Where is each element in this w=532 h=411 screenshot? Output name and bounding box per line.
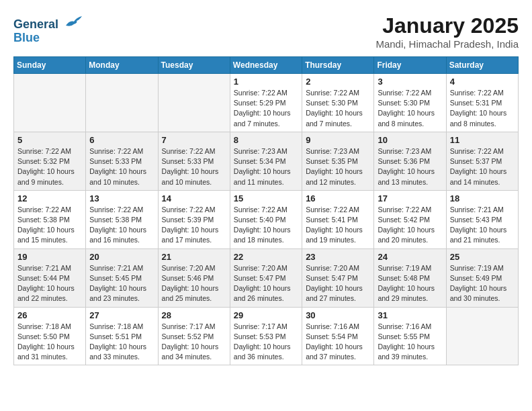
calendar-cell: 11Sunrise: 7:22 AM Sunset: 5:37 PM Dayli… [446, 132, 518, 190]
day-number: 22 [234, 252, 298, 262]
calendar-cell: 15Sunrise: 7:22 AM Sunset: 5:40 PM Dayli… [230, 190, 302, 248]
calendar-cell: 10Sunrise: 7:23 AM Sunset: 5:36 PM Dayli… [374, 132, 446, 190]
day-number: 24 [378, 252, 442, 262]
weekday-header-row: SundayMondayTuesdayWednesdayThursdayFrid… [14, 57, 519, 74]
calendar-cell [86, 74, 158, 132]
day-number: 18 [450, 193, 515, 203]
calendar-cell: 9Sunrise: 7:23 AM Sunset: 5:35 PM Daylig… [302, 132, 374, 190]
day-number: 15 [234, 193, 298, 203]
calendar-week-row: 19Sunrise: 7:21 AM Sunset: 5:44 PM Dayli… [14, 248, 519, 307]
title-block: January 2025 Mandi, Himachal Pradesh, In… [375, 13, 519, 50]
day-number: 2 [306, 77, 370, 87]
calendar-table: SundayMondayTuesdayWednesdayThursdayFrid… [13, 56, 519, 365]
day-info: Sunrise: 7:22 AM Sunset: 5:33 PM Dayligh… [162, 146, 226, 187]
day-info: Sunrise: 7:23 AM Sunset: 5:35 PM Dayligh… [306, 146, 370, 187]
calendar-week-row: 12Sunrise: 7:22 AM Sunset: 5:38 PM Dayli… [14, 190, 519, 248]
calendar-title: January 2025 [375, 13, 519, 38]
logo: General Blue [13, 13, 83, 45]
day-info: Sunrise: 7:22 AM Sunset: 5:38 PM Dayligh… [17, 205, 82, 246]
day-number: 14 [162, 193, 226, 203]
calendar-cell: 12Sunrise: 7:22 AM Sunset: 5:38 PM Dayli… [14, 190, 86, 248]
day-info: Sunrise: 7:16 AM Sunset: 5:55 PM Dayligh… [378, 322, 442, 363]
day-info: Sunrise: 7:17 AM Sunset: 5:53 PM Dayligh… [234, 322, 298, 363]
weekday-header-monday: Monday [86, 57, 158, 74]
day-info: Sunrise: 7:22 AM Sunset: 5:39 PM Dayligh… [162, 205, 226, 246]
day-number: 26 [17, 310, 82, 320]
weekday-header-thursday: Thursday [302, 57, 374, 74]
logo-blue: Blue [13, 31, 83, 45]
page-header: General Blue January 2025 Mandi, Himacha… [13, 13, 519, 50]
day-info: Sunrise: 7:18 AM Sunset: 5:51 PM Dayligh… [89, 322, 154, 363]
day-info: Sunrise: 7:22 AM Sunset: 5:29 PM Dayligh… [234, 88, 298, 129]
calendar-cell: 26Sunrise: 7:18 AM Sunset: 5:50 PM Dayli… [14, 307, 86, 365]
day-number: 8 [234, 135, 298, 145]
calendar-cell: 20Sunrise: 7:21 AM Sunset: 5:45 PM Dayli… [86, 248, 158, 307]
calendar-cell: 17Sunrise: 7:22 AM Sunset: 5:42 PM Dayli… [374, 190, 446, 248]
day-info: Sunrise: 7:19 AM Sunset: 5:49 PM Dayligh… [450, 263, 515, 304]
calendar-cell: 21Sunrise: 7:20 AM Sunset: 5:46 PM Dayli… [158, 248, 230, 307]
day-number: 21 [162, 252, 226, 262]
calendar-cell: 19Sunrise: 7:21 AM Sunset: 5:44 PM Dayli… [14, 248, 86, 307]
day-info: Sunrise: 7:22 AM Sunset: 5:30 PM Dayligh… [378, 88, 442, 129]
calendar-cell: 28Sunrise: 7:17 AM Sunset: 5:52 PM Dayli… [158, 307, 230, 365]
day-number: 25 [450, 252, 515, 262]
day-info: Sunrise: 7:18 AM Sunset: 5:50 PM Dayligh… [17, 322, 82, 363]
calendar-subtitle: Mandi, Himachal Pradesh, India [375, 38, 519, 50]
day-number: 27 [89, 310, 154, 320]
calendar-cell: 2Sunrise: 7:22 AM Sunset: 5:30 PM Daylig… [302, 74, 374, 132]
calendar-cell: 29Sunrise: 7:17 AM Sunset: 5:53 PM Dayli… [230, 307, 302, 365]
calendar-cell: 14Sunrise: 7:22 AM Sunset: 5:39 PM Dayli… [158, 190, 230, 248]
weekday-header-tuesday: Tuesday [158, 57, 230, 74]
day-number: 10 [378, 135, 442, 145]
day-info: Sunrise: 7:21 AM Sunset: 5:45 PM Dayligh… [89, 263, 154, 304]
day-number: 17 [378, 193, 442, 203]
day-number: 31 [378, 310, 442, 320]
calendar-cell: 18Sunrise: 7:21 AM Sunset: 5:43 PM Dayli… [446, 190, 518, 248]
day-info: Sunrise: 7:22 AM Sunset: 5:37 PM Dayligh… [450, 146, 515, 187]
day-info: Sunrise: 7:22 AM Sunset: 5:31 PM Dayligh… [450, 88, 515, 129]
day-number: 3 [378, 77, 442, 87]
calendar-cell: 8Sunrise: 7:23 AM Sunset: 5:34 PM Daylig… [230, 132, 302, 190]
weekday-header-friday: Friday [374, 57, 446, 74]
day-info: Sunrise: 7:22 AM Sunset: 5:41 PM Dayligh… [306, 205, 370, 246]
calendar-cell [158, 74, 230, 132]
day-number: 9 [306, 135, 370, 145]
calendar-cell: 24Sunrise: 7:19 AM Sunset: 5:48 PM Dayli… [374, 248, 446, 307]
calendar-cell: 30Sunrise: 7:16 AM Sunset: 5:54 PM Dayli… [302, 307, 374, 365]
calendar-cell [14, 74, 86, 132]
day-number: 20 [89, 252, 154, 262]
day-info: Sunrise: 7:22 AM Sunset: 5:38 PM Dayligh… [89, 205, 154, 246]
day-info: Sunrise: 7:20 AM Sunset: 5:46 PM Dayligh… [162, 263, 226, 304]
calendar-cell: 13Sunrise: 7:22 AM Sunset: 5:38 PM Dayli… [86, 190, 158, 248]
day-info: Sunrise: 7:23 AM Sunset: 5:34 PM Dayligh… [234, 146, 298, 187]
day-number: 29 [234, 310, 298, 320]
day-number: 12 [17, 193, 82, 203]
day-info: Sunrise: 7:16 AM Sunset: 5:54 PM Dayligh… [306, 322, 370, 363]
day-number: 19 [17, 252, 82, 262]
calendar-cell: 4Sunrise: 7:22 AM Sunset: 5:31 PM Daylig… [446, 74, 518, 132]
day-info: Sunrise: 7:21 AM Sunset: 5:44 PM Dayligh… [17, 263, 82, 304]
logo-text: General [13, 13, 83, 32]
calendar-cell: 5Sunrise: 7:22 AM Sunset: 5:32 PM Daylig… [14, 132, 86, 190]
day-number: 7 [162, 135, 226, 145]
day-number: 5 [17, 135, 82, 145]
calendar-cell: 31Sunrise: 7:16 AM Sunset: 5:55 PM Dayli… [374, 307, 446, 365]
day-number: 4 [450, 77, 515, 87]
day-info: Sunrise: 7:19 AM Sunset: 5:48 PM Dayligh… [378, 263, 442, 304]
day-number: 16 [306, 193, 370, 203]
calendar-cell: 6Sunrise: 7:22 AM Sunset: 5:33 PM Daylig… [86, 132, 158, 190]
day-number: 6 [89, 135, 154, 145]
calendar-cell: 16Sunrise: 7:22 AM Sunset: 5:41 PM Dayli… [302, 190, 374, 248]
calendar-cell: 1Sunrise: 7:22 AM Sunset: 5:29 PM Daylig… [230, 74, 302, 132]
calendar-cell: 23Sunrise: 7:20 AM Sunset: 5:47 PM Dayli… [302, 248, 374, 307]
calendar-week-row: 26Sunrise: 7:18 AM Sunset: 5:50 PM Dayli… [14, 307, 519, 365]
calendar-cell: 27Sunrise: 7:18 AM Sunset: 5:51 PM Dayli… [86, 307, 158, 365]
day-number: 30 [306, 310, 370, 320]
logo-bird-icon [64, 13, 83, 28]
day-info: Sunrise: 7:22 AM Sunset: 5:42 PM Dayligh… [378, 205, 442, 246]
calendar-cell [446, 307, 518, 365]
day-number: 1 [234, 77, 298, 87]
day-info: Sunrise: 7:22 AM Sunset: 5:32 PM Dayligh… [17, 146, 82, 187]
calendar-cell: 22Sunrise: 7:20 AM Sunset: 5:47 PM Dayli… [230, 248, 302, 307]
day-number: 23 [306, 252, 370, 262]
